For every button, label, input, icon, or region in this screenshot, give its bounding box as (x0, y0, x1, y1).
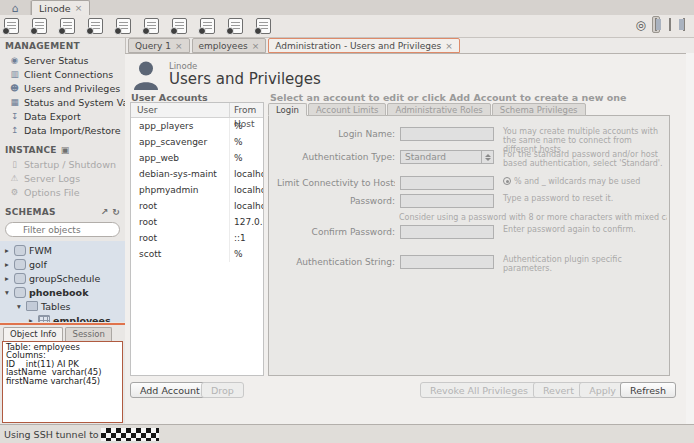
close-tab-icon[interactable]: × (445, 41, 453, 51)
expand-icon[interactable]: ▸ (3, 260, 11, 269)
users-privileges-icon: ☻ (9, 83, 20, 93)
sidebar: MANAGEMENT ◉Server Status ▥Client Connec… (0, 38, 126, 425)
column-from-host: From Host (229, 103, 263, 117)
auth-type-label: Authentication Type: (269, 150, 395, 164)
open-sql-script-icon[interactable] (32, 18, 47, 34)
account-row[interactable]: debian-sys-maintlocalhost (131, 166, 263, 182)
main-area: Query 1× employees× Administration - Use… (125, 37, 694, 425)
toggle-left-panel-button[interactable] (652, 16, 660, 33)
schemas-header: SCHEMAS ↗ ↻ (0, 204, 125, 219)
account-row[interactable]: root127.0.0.1 (131, 214, 263, 230)
tree-item-employees[interactable]: ▸employees (0, 313, 125, 322)
right-panel-icon (683, 18, 685, 31)
close-tab-icon[interactable]: × (75, 3, 83, 13)
create-procedure-icon[interactable] (172, 18, 187, 34)
limit-hosts-input (400, 176, 494, 190)
expand-icon[interactable]: ▸ (3, 246, 11, 255)
expand-icon[interactable]: ▸ (27, 316, 35, 322)
login-name-label: Login Name: (269, 127, 395, 141)
auth-string-label: Authentication String: (269, 255, 395, 269)
data-export-icon: ↧ (9, 111, 20, 121)
schema-item-fwm[interactable]: ▸FWM (0, 243, 125, 257)
refresh-button[interactable]: Refresh (620, 382, 676, 398)
column-user: User (131, 103, 229, 117)
reconnect-icon[interactable] (256, 18, 271, 34)
panel-toggles: ◎ (636, 16, 688, 33)
account-row[interactable]: scott% (131, 246, 263, 262)
add-account-button[interactable]: Add Account (130, 382, 210, 398)
account-row[interactable]: rootlocalhost (131, 198, 263, 214)
tab-employees[interactable]: employees× (192, 38, 267, 53)
sidebar-item-users-and-privileges[interactable]: ☻Users and Privileges (0, 81, 125, 95)
create-table-icon[interactable] (116, 18, 131, 34)
search-data-icon[interactable] (228, 18, 243, 34)
toggle-bottom-panel-button[interactable] (666, 16, 674, 33)
tree-item-tables[interactable]: ▾Tables (0, 299, 125, 313)
revert-button: Revert (533, 382, 584, 398)
window-tab-bar: ⌂ Linode × (0, 0, 694, 16)
connection-tab[interactable]: Linode × (31, 0, 90, 15)
confirm-password-hint: Enter password again to confirm. (503, 225, 667, 234)
tab-object-info[interactable]: Object Info (3, 327, 63, 341)
expand-icon[interactable]: ▸ (3, 274, 11, 283)
sidebar-item-startup-shutdown: ▯Startup / Shutdown (0, 157, 125, 171)
resize-schemas-icon[interactable]: ↗ (101, 207, 109, 217)
vertical-scrollbar[interactable] (685, 53, 694, 425)
collapse-icon[interactable]: ▾ (3, 288, 11, 297)
data-import-icon: ↥ (9, 125, 20, 135)
password-note: Consider using a password with 8 or more… (399, 213, 667, 222)
status-text: Using SSH tunnel to (4, 429, 99, 440)
auth-type-hint: For the standard password and/or host ba… (503, 150, 667, 168)
account-row[interactable]: root::1 (131, 230, 263, 246)
status-bar: Using SSH tunnel to (0, 424, 694, 443)
create-function-icon[interactable] (200, 18, 215, 34)
tab-login[interactable]: Login (268, 103, 307, 116)
close-tab-icon[interactable]: × (252, 41, 260, 51)
sidebar-item-data-export[interactable]: ↧Data Export (0, 109, 125, 123)
account-row[interactable]: app_scavenger% (131, 134, 263, 150)
limit-hosts-label: Limit Connectivity to Hosts Matching: (269, 176, 395, 190)
server-status-icon: ◉ (9, 55, 20, 65)
account-row[interactable]: app_players% (131, 118, 263, 134)
sidebar-splitter[interactable] (0, 323, 125, 325)
toggle-right-panel-button[interactable] (680, 16, 688, 33)
home-icon: ⌂ (12, 2, 19, 15)
user-avatar (133, 60, 159, 92)
new-query-tab-icon[interactable] (4, 18, 19, 34)
tab-session[interactable]: Session (65, 327, 111, 341)
editor-instruction: Select an account to edit or click Add A… (270, 92, 627, 103)
tab-query-1[interactable]: Query 1× (128, 38, 190, 53)
sidebar-item-server-status[interactable]: ◉Server Status (0, 53, 125, 67)
schema-item-golf[interactable]: ▸golf (0, 257, 125, 271)
auth-type-value: Standard (401, 152, 481, 162)
sidebar-item-data-import[interactable]: ↥Data Import/Restore (0, 123, 125, 137)
redacted-host (101, 428, 159, 441)
tab-administration-users[interactable]: Administration - Users and Privileges× (268, 38, 460, 53)
auth-type-select: Standard (400, 150, 494, 164)
auth-string-input (400, 255, 494, 269)
user-accounts-table: User From Host app_players% app_scavenge… (130, 102, 264, 376)
sidebar-item-server-logs: ⚠Server Logs (0, 171, 125, 185)
status-variables-icon: ▦ (9, 97, 20, 107)
tab-schema-privileges: Schema Privileges (492, 103, 586, 116)
tables-folder-icon (26, 301, 38, 311)
preferences-icon[interactable]: ◎ (636, 19, 646, 31)
account-editor-tabs: Login Account Limits Administrative Role… (268, 103, 586, 116)
collapse-icon[interactable]: ▾ (15, 302, 23, 311)
schema-item-groupschedule[interactable]: ▸groupSchedule (0, 271, 125, 285)
home-tab[interactable]: ⌂ (0, 1, 31, 15)
confirm-password-input (400, 225, 494, 239)
refresh-schemas-icon[interactable]: ↻ (112, 207, 120, 217)
sidebar-item-client-connections[interactable]: ▥Client Connections (0, 67, 125, 81)
create-view-icon[interactable] (144, 18, 159, 34)
schema-filter (0, 219, 125, 241)
create-schema-icon[interactable] (88, 18, 103, 34)
sidebar-item-options-file: ⚙Options File (0, 185, 125, 199)
filter-objects-input[interactable] (5, 222, 120, 237)
account-row[interactable]: app_web% (131, 150, 263, 166)
schema-item-phonebook[interactable]: ▾phonebook (0, 285, 125, 299)
close-tab-icon[interactable]: × (175, 41, 183, 51)
db-inspector-icon[interactable] (60, 18, 75, 34)
account-row[interactable]: phpmyadminlocalhost (131, 182, 263, 198)
sidebar-item-status-system-variables[interactable]: ▦Status and System Variables (0, 95, 125, 109)
